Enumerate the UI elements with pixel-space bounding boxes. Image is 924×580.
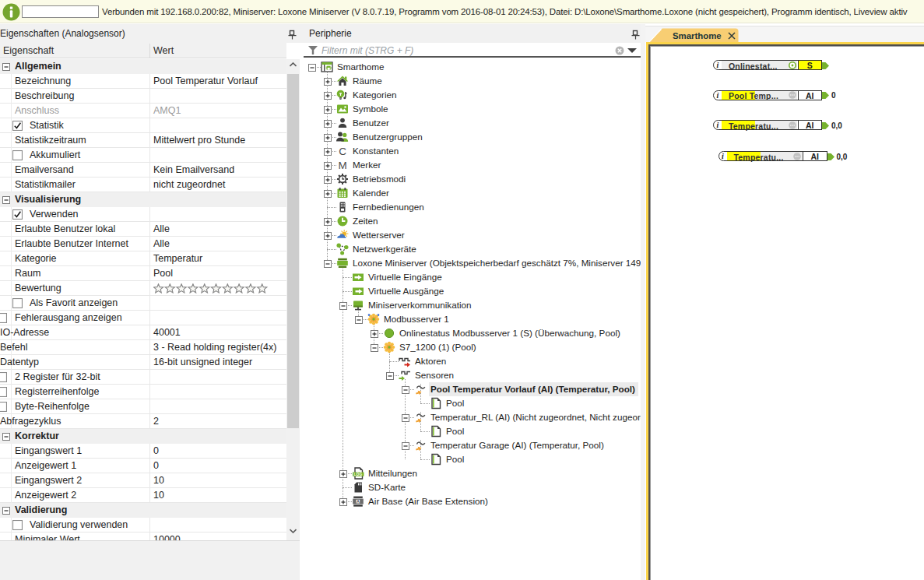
svg-text:LOG: LOG xyxy=(354,473,363,476)
svg-text:C: C xyxy=(339,146,346,157)
svg-text:M: M xyxy=(338,160,346,171)
svg-text:A: A xyxy=(357,500,360,504)
